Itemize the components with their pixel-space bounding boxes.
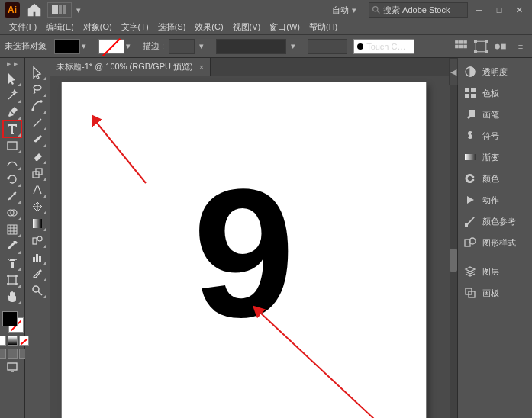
menu-file[interactable]: 文件(F) <box>5 21 41 33</box>
minimize-button[interactable]: ─ <box>471 2 488 18</box>
svg-rect-38 <box>39 256 41 262</box>
svg-rect-43 <box>465 88 469 92</box>
svg-rect-34 <box>33 238 37 244</box>
stroke-swatch[interactable] <box>98 39 124 54</box>
toolbar-expand-icon[interactable]: ▶▶ <box>7 61 18 67</box>
svg-rect-50 <box>465 223 468 227</box>
type-tool[interactable] <box>3 121 21 137</box>
svg-rect-47 <box>465 154 476 160</box>
gradient-icon[interactable] <box>8 336 18 346</box>
column-graph-tool[interactable] <box>28 249 47 265</box>
menu-select[interactable]: 选择(S) <box>153 21 191 33</box>
options-menu-icon[interactable]: ≡ <box>514 40 527 53</box>
menu-edit[interactable]: 编辑(E) <box>41 21 79 33</box>
fill-color-swatch[interactable] <box>2 311 18 326</box>
blend-tool[interactable] <box>28 232 47 249</box>
mesh-tool[interactable] <box>3 221 21 238</box>
curvature-tool[interactable] <box>28 98 47 114</box>
svg-point-30 <box>40 101 42 102</box>
close-button[interactable]: ✕ <box>511 2 527 18</box>
width-tool[interactable] <box>3 188 21 204</box>
none-icon[interactable] <box>19 336 29 346</box>
menu-help[interactable]: 帮助(H) <box>305 21 342 33</box>
panel-color-guide[interactable]: 颜色参考 <box>458 211 532 232</box>
selection-tool[interactable] <box>3 70 21 87</box>
pen-tool[interactable] <box>3 104 21 121</box>
magic-wand-tool[interactable] <box>3 87 21 104</box>
panel-artboards[interactable]: 画板 <box>458 282 532 304</box>
artboard[interactable]: 9 <box>62 82 426 418</box>
rectangle-tool[interactable] <box>3 137 21 154</box>
svg-rect-5 <box>459 40 463 44</box>
draw-mode-1[interactable] <box>0 349 6 359</box>
arrange-documents-button[interactable] <box>47 2 72 18</box>
perspective-grid-tool[interactable] <box>28 198 47 215</box>
stock-search-input[interactable]: 搜索 Adobe Stock <box>369 2 468 18</box>
menu-window[interactable]: 窗口(W) <box>265 21 305 33</box>
align-icon[interactable] <box>454 40 468 53</box>
direct-selection-tool[interactable] <box>28 64 47 81</box>
workspace-label[interactable]: 自动 <box>332 5 349 16</box>
panel-brushes[interactable]: 画笔 <box>458 104 532 125</box>
panel-swatches[interactable]: 色板 <box>458 82 532 104</box>
app-logo: Ai <box>5 2 20 18</box>
chevron-down-icon[interactable]: ▾ <box>291 41 300 51</box>
menu-object[interactable]: 对象(O) <box>79 21 117 33</box>
close-tab-icon[interactable]: × <box>199 63 204 72</box>
chevron-down-icon[interactable]: ▾ <box>199 41 208 51</box>
panel-color[interactable]: 颜色 <box>458 168 532 189</box>
panel-graphic-styles[interactable]: 图形样式 <box>458 232 532 253</box>
slice-tool[interactable] <box>28 265 47 282</box>
free-transform-tool[interactable] <box>28 182 47 198</box>
canvas[interactable]: 9 <box>50 76 457 418</box>
maximize-button[interactable]: □ <box>491 2 508 18</box>
svg-rect-26 <box>8 276 16 284</box>
screen-mode-button[interactable] <box>3 359 21 375</box>
graphic-style-dropdown[interactable]: Touch C… <box>353 39 414 54</box>
panel-gradient[interactable]: 渐变 <box>458 146 532 168</box>
stroke-weight-input[interactable] <box>169 39 195 54</box>
shape-builder-tool[interactable] <box>3 204 21 221</box>
lasso-tool[interactable] <box>28 81 47 98</box>
transform-icon[interactable] <box>474 40 488 53</box>
hand-tool[interactable] <box>3 288 21 305</box>
eraser-tool[interactable] <box>28 148 47 165</box>
scale-tool[interactable] <box>28 165 47 182</box>
fill-swatch[interactable] <box>54 39 80 54</box>
menu-type[interactable]: 文字(T) <box>117 21 153 33</box>
document-tab[interactable]: 未标题-1* @ 100% (RGB/GPU 预览) × <box>50 58 211 76</box>
artboard-tool[interactable] <box>3 272 21 288</box>
svg-rect-27 <box>8 363 17 370</box>
brush-definition[interactable] <box>216 39 286 54</box>
isolate-icon[interactable] <box>494 40 508 53</box>
vertical-scrollbar[interactable] <box>450 58 457 418</box>
opacity-input[interactable] <box>308 39 347 54</box>
panel-layers[interactable]: 图层 <box>458 261 532 282</box>
options-bar: 未选择对象 ▾ ▾ 描边 : ▾ ▾ Touch C… ≡ <box>0 35 532 58</box>
menu-effect[interactable]: 效果(C) <box>190 21 227 33</box>
gradient-tool[interactable] <box>28 215 47 232</box>
scroll-thumb[interactable] <box>450 249 457 272</box>
artwork-glyph[interactable]: 9 <box>193 162 295 345</box>
chevron-down-icon[interactable]: ▾ <box>76 5 85 15</box>
menu-view[interactable]: 视图(V) <box>228 21 266 33</box>
svg-rect-22 <box>8 225 17 234</box>
home-icon[interactable] <box>26 2 43 18</box>
panel-collapse-icon[interactable]: ◀ <box>449 58 458 85</box>
panel-actions[interactable]: 动作 <box>458 189 532 211</box>
chevron-down-icon[interactable]: ▾ <box>352 5 361 15</box>
draw-normal-icon[interactable] <box>0 336 6 346</box>
chevron-down-icon[interactable]: ▾ <box>82 41 91 51</box>
symbol-sprayer-tool[interactable] <box>3 255 21 272</box>
paintbrush-tool[interactable] <box>28 131 47 148</box>
draw-mode-2[interactable] <box>8 349 18 359</box>
panel-symbols[interactable]: 符号 <box>458 125 532 146</box>
zoom-tool[interactable] <box>28 282 47 299</box>
pencil-tool[interactable] <box>3 154 21 171</box>
rotate-tool[interactable] <box>3 171 21 188</box>
fill-stroke-swatches[interactable] <box>1 310 24 333</box>
line-segment-tool[interactable] <box>28 114 47 131</box>
chevron-down-icon[interactable]: ▾ <box>126 41 135 51</box>
eyedropper-tool[interactable] <box>3 238 21 255</box>
panel-transparency[interactable]: 透明度 <box>458 61 532 82</box>
